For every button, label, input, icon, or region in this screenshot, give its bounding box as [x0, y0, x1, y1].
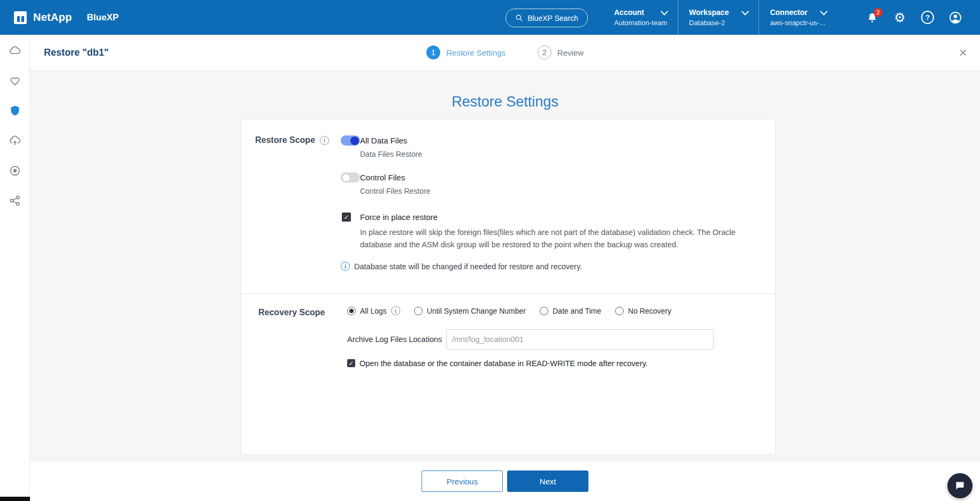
radio-date-and-time[interactable]: Date and Time [540, 307, 601, 315]
restore-scope-label-text: Restore Scope [255, 135, 315, 145]
archive-log-label: Archive Log Files Locations [347, 335, 442, 344]
section-divider [241, 293, 775, 294]
settings-button[interactable]: ⚙ [893, 11, 906, 24]
info-icon: i [341, 262, 350, 271]
topbar-menus: Account Automation-team Workspace Databa… [603, 0, 837, 35]
sidebar-item-health[interactable] [9, 74, 21, 87]
wizard-title: Restore "db1" [44, 35, 109, 70]
sidebar-item-governance[interactable] [9, 164, 21, 177]
main-content: Restore Settings Restore Scope i All Dat… [30, 70, 980, 461]
next-button[interactable]: Next [507, 470, 588, 492]
archive-log-input[interactable] [446, 329, 714, 350]
help-icon: ? [921, 11, 934, 24]
recovery-options: All Logs i Until System Change Number Da… [347, 306, 671, 315]
step-label: Review [557, 48, 584, 57]
topbar-icons: 2 ⚙ ? [866, 0, 962, 35]
wizard-header: Restore "db1" 1 Restore Settings 2 Revie… [30, 35, 980, 71]
radio-icon [615, 307, 624, 315]
cloud-icon [9, 44, 21, 57]
connector-menu[interactable]: Connector aws-snapctr-us-... [759, 0, 837, 35]
share-nodes-icon [9, 194, 21, 207]
force-in-place-restore-checkbox[interactable] [342, 212, 351, 222]
step-number: 2 [538, 45, 552, 59]
shield-icon [9, 104, 21, 117]
chevron-down-icon [741, 8, 749, 16]
notifications-badge: 2 [874, 8, 883, 17]
radio-until-scn[interactable]: Until System Change Number [414, 307, 526, 315]
chevron-down-icon [661, 8, 668, 16]
search-label: BlueXP Search [527, 14, 578, 22]
footer: Previous Next [30, 461, 980, 501]
open-database-checkbox[interactable] [347, 359, 355, 367]
sidebar-item-protection[interactable] [9, 104, 21, 117]
control-files-toggle[interactable] [341, 172, 360, 183]
all-data-files-toggle[interactable] [341, 135, 360, 146]
recovery-scope-label-text: Recovery Scope [258, 308, 325, 317]
database-state-note: Database state will be changed if needed… [354, 262, 582, 271]
step-restore-settings[interactable]: 1 Restore Settings [426, 45, 506, 59]
account-menu-value: Automation-team [614, 19, 667, 27]
close-icon[interactable]: × [959, 35, 967, 70]
sidebar-item-backup[interactable] [9, 134, 21, 147]
search-icon [515, 14, 523, 22]
account-button[interactable] [949, 11, 962, 24]
brand-name: NetApp [33, 11, 72, 24]
account-menu-label: Account [614, 8, 644, 17]
page-title: Restore Settings [30, 94, 980, 110]
cloud-upload-icon [9, 134, 21, 147]
screen: NetApp BlueXP BlueXP Search Account Auto… [0, 0, 980, 501]
target-icon [9, 164, 21, 177]
topbar: NetApp BlueXP BlueXP Search Account Auto… [0, 0, 980, 35]
notifications-button[interactable]: 2 [866, 11, 878, 24]
wizard-steps: 1 Restore Settings 2 Review [426, 35, 584, 70]
radio-label: Date and Time [553, 307, 601, 315]
control-files-label: Control Files [360, 173, 405, 182]
recovery-scope-label: Recovery Scope [258, 308, 325, 317]
all-data-files-sub: Data Files Restore [360, 150, 422, 158]
radio-label: All Logs [360, 307, 387, 315]
chevron-down-icon [820, 8, 828, 16]
restore-settings-card: Restore Scope i All Data Files Data File… [241, 119, 776, 455]
radio-no-recovery[interactable]: No Recovery [615, 307, 671, 315]
radio-icon [347, 307, 356, 315]
workspace-menu[interactable]: Workspace Database-2 [678, 0, 759, 35]
all-data-files-label: All Data Files [360, 136, 407, 145]
user-icon [949, 11, 962, 24]
open-database-label: Open the database or the container datab… [359, 359, 648, 368]
product-name: BlueXP [87, 12, 119, 23]
sidebar-item-storage[interactable] [9, 44, 21, 57]
radio-label: Until System Change Number [427, 307, 526, 315]
help-button[interactable]: ? [921, 11, 934, 24]
step-review[interactable]: 2 Review [538, 45, 584, 59]
force-in-place-restore-label: Force in place restore [360, 212, 438, 222]
connector-menu-value: aws-snapctr-us-... [770, 19, 826, 27]
step-number: 1 [426, 45, 440, 59]
radio-icon [540, 307, 548, 315]
gear-icon: ⚙ [894, 11, 906, 24]
netapp-logo-icon [14, 11, 27, 24]
connector-menu-label: Connector [770, 8, 807, 17]
chat-icon [954, 480, 966, 491]
sidebar-item-mobility[interactable] [9, 194, 21, 207]
workspace-menu-value: Database-2 [689, 19, 748, 27]
radio-icon [414, 307, 423, 315]
force-restore-description: In place restore will skip the foreign f… [360, 226, 751, 251]
heart-icon [9, 74, 21, 87]
info-icon[interactable]: i [320, 136, 329, 145]
bottom-left-strip [0, 497, 30, 501]
radio-label: No Recovery [628, 307, 671, 315]
bluexp-search[interactable]: BlueXP Search [506, 9, 588, 27]
workspace-menu-label: Workspace [689, 8, 729, 17]
info-icon[interactable]: i [391, 306, 400, 315]
sidebar [0, 35, 30, 501]
previous-button[interactable]: Previous [422, 470, 503, 492]
step-label: Restore Settings [446, 48, 506, 57]
account-menu[interactable]: Account Automation-team [603, 0, 678, 35]
radio-all-logs[interactable]: All Logs i [347, 306, 400, 315]
brand[interactable]: NetApp BlueXP [0, 11, 119, 24]
control-files-sub: Control Files Restore [360, 187, 431, 195]
chat-widget-button[interactable] [947, 473, 973, 498]
restore-scope-label: Restore Scope i [255, 135, 329, 145]
